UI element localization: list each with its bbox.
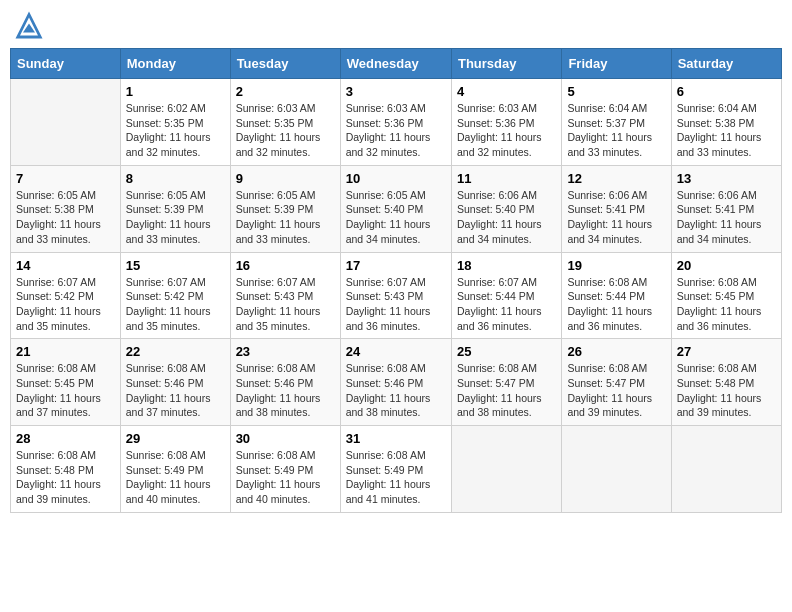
day-header-thursday: Thursday: [451, 49, 561, 79]
calendar-cell: 8 Sunrise: 6:05 AMSunset: 5:39 PMDayligh…: [120, 165, 230, 252]
calendar-cell: 24 Sunrise: 6:08 AMSunset: 5:46 PMDaylig…: [340, 339, 451, 426]
calendar-cell: 20 Sunrise: 6:08 AMSunset: 5:45 PMDaylig…: [671, 252, 781, 339]
calendar-cell: [671, 426, 781, 513]
day-number: 24: [346, 344, 446, 359]
calendar-cell: 2 Sunrise: 6:03 AMSunset: 5:35 PMDayligh…: [230, 79, 340, 166]
day-number: 28: [16, 431, 115, 446]
calendar-cell: 30 Sunrise: 6:08 AMSunset: 5:49 PMDaylig…: [230, 426, 340, 513]
calendar-cell: [562, 426, 671, 513]
day-header-tuesday: Tuesday: [230, 49, 340, 79]
calendar-cell: [11, 79, 121, 166]
calendar-cell: 29 Sunrise: 6:08 AMSunset: 5:49 PMDaylig…: [120, 426, 230, 513]
day-info: Sunrise: 6:06 AMSunset: 5:41 PMDaylight:…: [567, 188, 665, 247]
calendar-cell: 7 Sunrise: 6:05 AMSunset: 5:38 PMDayligh…: [11, 165, 121, 252]
day-number: 5: [567, 84, 665, 99]
day-info: Sunrise: 6:06 AMSunset: 5:41 PMDaylight:…: [677, 188, 776, 247]
day-number: 21: [16, 344, 115, 359]
day-info: Sunrise: 6:04 AMSunset: 5:37 PMDaylight:…: [567, 101, 665, 160]
calendar-cell: 4 Sunrise: 6:03 AMSunset: 5:36 PMDayligh…: [451, 79, 561, 166]
day-number: 13: [677, 171, 776, 186]
day-header-monday: Monday: [120, 49, 230, 79]
logo-icon: [14, 10, 44, 40]
day-info: Sunrise: 6:08 AMSunset: 5:46 PMDaylight:…: [126, 361, 225, 420]
day-info: Sunrise: 6:08 AMSunset: 5:47 PMDaylight:…: [567, 361, 665, 420]
calendar-cell: 17 Sunrise: 6:07 AMSunset: 5:43 PMDaylig…: [340, 252, 451, 339]
calendar-cell: 19 Sunrise: 6:08 AMSunset: 5:44 PMDaylig…: [562, 252, 671, 339]
calendar-cell: 6 Sunrise: 6:04 AMSunset: 5:38 PMDayligh…: [671, 79, 781, 166]
day-info: Sunrise: 6:03 AMSunset: 5:36 PMDaylight:…: [457, 101, 556, 160]
day-info: Sunrise: 6:08 AMSunset: 5:46 PMDaylight:…: [236, 361, 335, 420]
day-number: 8: [126, 171, 225, 186]
calendar-cell: 15 Sunrise: 6:07 AMSunset: 5:42 PMDaylig…: [120, 252, 230, 339]
day-number: 30: [236, 431, 335, 446]
calendar-table: SundayMondayTuesdayWednesdayThursdayFrid…: [10, 48, 782, 513]
day-number: 1: [126, 84, 225, 99]
day-number: 15: [126, 258, 225, 273]
day-header-friday: Friday: [562, 49, 671, 79]
calendar-cell: 25 Sunrise: 6:08 AMSunset: 5:47 PMDaylig…: [451, 339, 561, 426]
day-info: Sunrise: 6:08 AMSunset: 5:47 PMDaylight:…: [457, 361, 556, 420]
calendar-cell: 23 Sunrise: 6:08 AMSunset: 5:46 PMDaylig…: [230, 339, 340, 426]
day-info: Sunrise: 6:06 AMSunset: 5:40 PMDaylight:…: [457, 188, 556, 247]
calendar-cell: 11 Sunrise: 6:06 AMSunset: 5:40 PMDaylig…: [451, 165, 561, 252]
day-number: 22: [126, 344, 225, 359]
calendar-cell: [451, 426, 561, 513]
day-header-sunday: Sunday: [11, 49, 121, 79]
calendar-cell: 28 Sunrise: 6:08 AMSunset: 5:48 PMDaylig…: [11, 426, 121, 513]
calendar-cell: 5 Sunrise: 6:04 AMSunset: 5:37 PMDayligh…: [562, 79, 671, 166]
page-header: [10, 10, 782, 40]
day-number: 6: [677, 84, 776, 99]
day-info: Sunrise: 6:05 AMSunset: 5:39 PMDaylight:…: [126, 188, 225, 247]
calendar-week-5: 28 Sunrise: 6:08 AMSunset: 5:48 PMDaylig…: [11, 426, 782, 513]
calendar-week-4: 21 Sunrise: 6:08 AMSunset: 5:45 PMDaylig…: [11, 339, 782, 426]
day-info: Sunrise: 6:07 AMSunset: 5:42 PMDaylight:…: [16, 275, 115, 334]
day-number: 16: [236, 258, 335, 273]
day-info: Sunrise: 6:08 AMSunset: 5:45 PMDaylight:…: [16, 361, 115, 420]
day-number: 20: [677, 258, 776, 273]
day-number: 7: [16, 171, 115, 186]
day-info: Sunrise: 6:04 AMSunset: 5:38 PMDaylight:…: [677, 101, 776, 160]
day-number: 31: [346, 431, 446, 446]
calendar-cell: 1 Sunrise: 6:02 AMSunset: 5:35 PMDayligh…: [120, 79, 230, 166]
day-number: 14: [16, 258, 115, 273]
day-number: 23: [236, 344, 335, 359]
calendar-cell: 3 Sunrise: 6:03 AMSunset: 5:36 PMDayligh…: [340, 79, 451, 166]
day-number: 25: [457, 344, 556, 359]
calendar-week-3: 14 Sunrise: 6:07 AMSunset: 5:42 PMDaylig…: [11, 252, 782, 339]
day-info: Sunrise: 6:05 AMSunset: 5:38 PMDaylight:…: [16, 188, 115, 247]
day-info: Sunrise: 6:07 AMSunset: 5:43 PMDaylight:…: [346, 275, 446, 334]
calendar-cell: 21 Sunrise: 6:08 AMSunset: 5:45 PMDaylig…: [11, 339, 121, 426]
day-number: 10: [346, 171, 446, 186]
day-info: Sunrise: 6:08 AMSunset: 5:45 PMDaylight:…: [677, 275, 776, 334]
day-info: Sunrise: 6:08 AMSunset: 5:49 PMDaylight:…: [126, 448, 225, 507]
day-info: Sunrise: 6:08 AMSunset: 5:46 PMDaylight:…: [346, 361, 446, 420]
day-info: Sunrise: 6:03 AMSunset: 5:36 PMDaylight:…: [346, 101, 446, 160]
day-number: 18: [457, 258, 556, 273]
logo: [14, 10, 48, 40]
day-number: 27: [677, 344, 776, 359]
day-info: Sunrise: 6:08 AMSunset: 5:48 PMDaylight:…: [677, 361, 776, 420]
day-number: 3: [346, 84, 446, 99]
day-number: 17: [346, 258, 446, 273]
day-info: Sunrise: 6:08 AMSunset: 5:44 PMDaylight:…: [567, 275, 665, 334]
calendar-cell: 27 Sunrise: 6:08 AMSunset: 5:48 PMDaylig…: [671, 339, 781, 426]
calendar-cell: 13 Sunrise: 6:06 AMSunset: 5:41 PMDaylig…: [671, 165, 781, 252]
day-number: 29: [126, 431, 225, 446]
calendar-cell: 31 Sunrise: 6:08 AMSunset: 5:49 PMDaylig…: [340, 426, 451, 513]
day-number: 11: [457, 171, 556, 186]
calendar-cell: 14 Sunrise: 6:07 AMSunset: 5:42 PMDaylig…: [11, 252, 121, 339]
calendar-cell: 26 Sunrise: 6:08 AMSunset: 5:47 PMDaylig…: [562, 339, 671, 426]
day-number: 12: [567, 171, 665, 186]
day-info: Sunrise: 6:07 AMSunset: 5:44 PMDaylight:…: [457, 275, 556, 334]
day-header-saturday: Saturday: [671, 49, 781, 79]
calendar-cell: 9 Sunrise: 6:05 AMSunset: 5:39 PMDayligh…: [230, 165, 340, 252]
day-info: Sunrise: 6:08 AMSunset: 5:49 PMDaylight:…: [236, 448, 335, 507]
day-info: Sunrise: 6:05 AMSunset: 5:39 PMDaylight:…: [236, 188, 335, 247]
day-info: Sunrise: 6:02 AMSunset: 5:35 PMDaylight:…: [126, 101, 225, 160]
day-info: Sunrise: 6:07 AMSunset: 5:43 PMDaylight:…: [236, 275, 335, 334]
calendar-cell: 10 Sunrise: 6:05 AMSunset: 5:40 PMDaylig…: [340, 165, 451, 252]
day-number: 9: [236, 171, 335, 186]
calendar-cell: 22 Sunrise: 6:08 AMSunset: 5:46 PMDaylig…: [120, 339, 230, 426]
calendar-cell: 18 Sunrise: 6:07 AMSunset: 5:44 PMDaylig…: [451, 252, 561, 339]
day-info: Sunrise: 6:08 AMSunset: 5:49 PMDaylight:…: [346, 448, 446, 507]
